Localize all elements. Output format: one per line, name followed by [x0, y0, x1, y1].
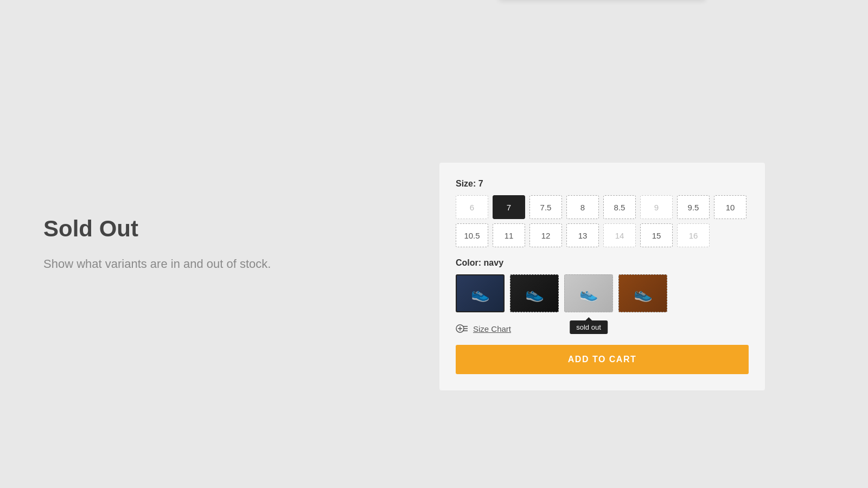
add-to-cart-button[interactable]: ADD TO CART — [456, 345, 749, 374]
size-grid: 677.588.599.51010.5111213141516 — [456, 195, 749, 247]
color-swatch-brown[interactable]: 👟 — [618, 274, 667, 312]
size-option-13[interactable]: 13 — [566, 223, 599, 247]
product-card: Size: 7 677.588.599.51010.5111213141516 … — [439, 163, 765, 390]
color-swatch-black[interactable]: 👟 — [510, 274, 559, 312]
color-label: Color: navy — [456, 258, 749, 268]
color-section: Color: navy 👟👟👟sold out👟 — [456, 258, 749, 312]
size-option-8.5[interactable]: 8.5 — [603, 195, 636, 219]
size-option-6[interactable]: 6 — [456, 195, 488, 219]
color-swatch-navy[interactable]: 👟 — [456, 274, 505, 312]
color-swatch-wrapper-black: 👟 — [510, 274, 559, 312]
size-label: Size: 7 — [456, 179, 749, 189]
size-option-9.5[interactable]: 9.5 — [677, 195, 710, 219]
color-swatches: 👟👟👟sold out👟 — [456, 274, 749, 312]
selected-size-value: 7 — [478, 179, 483, 188]
size-chart-label: Size Chart — [473, 324, 511, 333]
size-option-10.5[interactable]: 10.5 — [456, 223, 488, 247]
size-option-11[interactable]: 11 — [493, 223, 525, 247]
left-panel: Sold Out Show what variants are in and o… — [0, 183, 336, 305]
color-swatch-wrapper-grey: 👟sold out — [564, 274, 613, 312]
size-option-9[interactable]: 9 — [640, 195, 673, 219]
size-option-10[interactable]: 10 — [714, 195, 746, 219]
page-heading: Sold Out — [43, 216, 293, 242]
size-option-14[interactable]: 14 — [603, 223, 636, 247]
selected-color-value: navy — [484, 258, 503, 267]
color-swatch-wrapper-brown: 👟 — [618, 274, 667, 312]
color-swatch-wrapper-navy: 👟 — [456, 274, 505, 312]
size-option-7.5[interactable]: 7.5 — [529, 195, 562, 219]
color-swatch-grey[interactable]: 👟 — [564, 274, 613, 312]
sold-out-tooltip: sold out — [570, 320, 608, 334]
size-option-16[interactable]: 16 — [677, 223, 710, 247]
size-option-8[interactable]: 8 — [566, 195, 599, 219]
page-description: Show what variants are in and out of sto… — [43, 255, 293, 273]
right-panel: Size: 7 677.588.599.51010.5111213141516 … — [336, 0, 868, 488]
size-option-12[interactable]: 12 — [529, 223, 562, 247]
size-option-15[interactable]: 15 — [640, 223, 673, 247]
size-chart-icon — [456, 323, 469, 334]
size-section: Size: 7 677.588.599.51010.5111213141516 — [456, 179, 749, 247]
size-option-7[interactable]: 7 — [493, 195, 525, 219]
